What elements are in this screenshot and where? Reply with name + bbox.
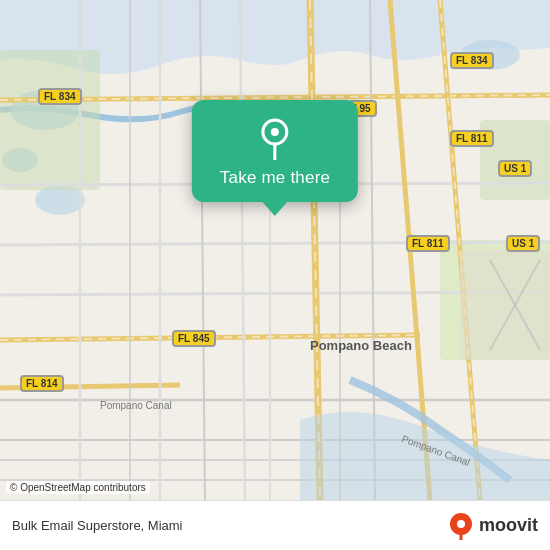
moovit-logo: moovit — [447, 512, 538, 540]
city-label-pompano-beach: Pompano Beach — [310, 338, 412, 353]
route-badge-us1-top: US 1 — [498, 160, 532, 177]
svg-point-39 — [457, 520, 465, 528]
route-badge-fl811-mid: FL 811 — [406, 235, 450, 252]
route-badge-fl845: FL 845 — [172, 330, 216, 347]
location-label: Bulk Email Superstore, Miami — [12, 518, 183, 533]
take-me-there-button[interactable]: Take me there — [220, 168, 330, 188]
route-badge-us1-mid: US 1 — [506, 235, 540, 252]
route-badge-fl811-top: FL 811 — [450, 130, 494, 147]
route-badge-fl834-right: FL 834 — [450, 52, 494, 69]
canal-label-pompano: Pompano Canal — [100, 400, 172, 411]
take-me-there-popup[interactable]: Take me there — [192, 100, 358, 202]
location-pin-icon — [253, 116, 297, 160]
map-view: FL 834 FL 834 I 95 FL 811 US 1 FL 811 US… — [0, 0, 550, 500]
route-badge-fl814: FL 814 — [20, 375, 64, 392]
osm-attribution: © OpenStreetMap contributors — [6, 481, 150, 494]
moovit-brand-name: moovit — [479, 515, 538, 536]
svg-point-37 — [271, 128, 279, 136]
route-badge-fl834-left: FL 834 — [38, 88, 82, 105]
svg-rect-5 — [0, 50, 100, 190]
bottom-bar: Bulk Email Superstore, Miami moovit — [0, 500, 550, 550]
moovit-icon — [447, 512, 475, 540]
